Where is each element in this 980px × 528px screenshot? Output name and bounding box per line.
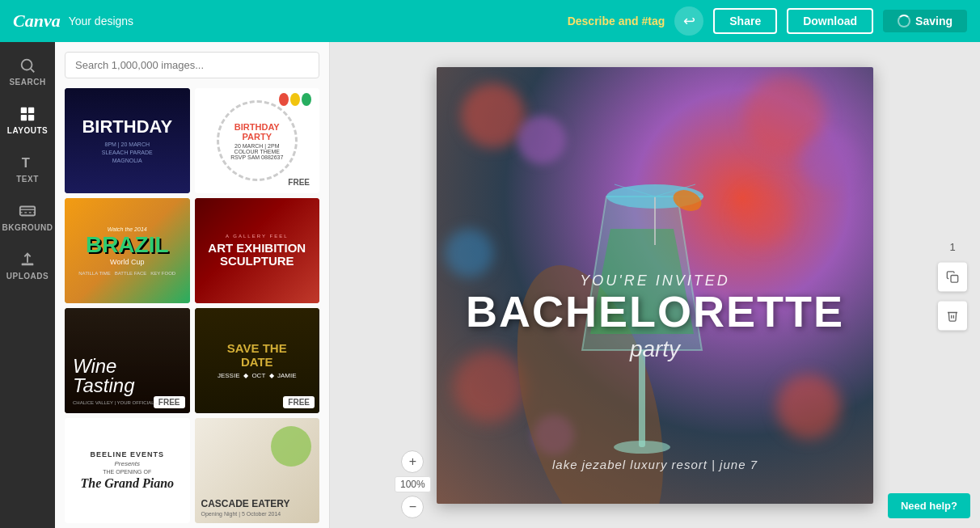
design-canvas[interactable]: YOU'RE INVITED BACHELORETTE party lake j…	[437, 67, 873, 504]
svg-rect-21	[951, 275, 958, 282]
canvas-content: YOU'RE INVITED BACHELORETTE party	[437, 67, 873, 504]
sidebar-layouts-label: LAYOUTS	[7, 126, 48, 135]
template-birthday-party[interactable]: BIRTHDAY PARTY 20 MARCH | 2PMCOLOUR THEM…	[195, 88, 320, 193]
svg-rect-10	[22, 263, 34, 265]
template-brazil[interactable]: Watch the 2014 BRAZIL World Cup NATILLA …	[65, 198, 190, 303]
text-icon: T	[19, 154, 36, 171]
sidebar-item-layouts[interactable]: LAYOUTS	[3, 97, 52, 142]
svg-text:T: T	[22, 155, 31, 170]
main-layout: SEARCH LAYOUTS T TEXT BKGROUND UPLOADS	[0, 42, 980, 528]
sidebar: SEARCH LAYOUTS T TEXT BKGROUND UPLOADS	[0, 42, 55, 528]
sidebar-uploads-label: UPLOADS	[6, 272, 49, 281]
free-badge-savedate: FREE	[283, 396, 315, 408]
canvas-party-text: party	[466, 336, 844, 362]
describe-tag-link[interactable]: Describe and #tag	[568, 15, 665, 27]
download-button[interactable]: Download	[787, 8, 873, 34]
search-area	[55, 42, 329, 88]
canvas-venue-text: lake jezabel luxury resort | june 7	[437, 458, 873, 471]
svg-point-0	[22, 59, 32, 70]
breadcrumb: Your designs	[69, 15, 133, 27]
svg-rect-7	[20, 206, 35, 215]
logo-area: Canva Your designs	[13, 11, 133, 32]
birthday-circle: BIRTHDAY PARTY 20 MARCH | 2PMCOLOUR THEM…	[217, 100, 298, 181]
search-icon	[19, 57, 36, 74]
sidebar-text-label: TEXT	[16, 175, 39, 184]
search-input[interactable]	[65, 52, 319, 78]
share-button[interactable]: Share	[713, 8, 777, 34]
svg-rect-3	[28, 107, 34, 112]
svg-rect-5	[28, 114, 34, 120]
logo: Canva	[13, 11, 61, 32]
uploads-icon	[19, 251, 36, 268]
canvas-main-title: BACHELORETTE	[466, 289, 844, 333]
sidebar-item-text[interactable]: T TEXT	[3, 146, 52, 191]
right-tools: 1	[938, 240, 967, 330]
sidebar-item-background[interactable]: BKGROUND	[3, 194, 52, 239]
svg-rect-4	[21, 114, 27, 120]
sidebar-item-search[interactable]: SEARCH	[3, 49, 52, 94]
sidebar-search-label: SEARCH	[9, 78, 45, 87]
free-badge-1: FREE	[283, 176, 315, 188]
sidebar-background-label: BKGROUND	[2, 223, 53, 232]
sidebar-item-uploads[interactable]: UPLOADS	[3, 243, 52, 288]
background-icon	[19, 202, 36, 220]
template-art-exhibition[interactable]: A GALLERY FEEL ART EXHIBITIONSCULPTURE	[195, 198, 320, 303]
svg-line-1	[31, 69, 34, 72]
zoom-controls: + 100% −	[395, 450, 431, 518]
copy-tool-button[interactable]	[938, 262, 967, 291]
page-number: 1	[938, 240, 967, 252]
saving-spinner	[898, 15, 910, 27]
template-save-the-date[interactable]: SAVE THEDATE JESSIE ◆ OCT ◆ JAMIE FREE	[195, 308, 320, 413]
templates-grid: BIRTHDAY 8PM | 20 MARCHSLEAACH PARADEMAG…	[55, 88, 329, 528]
header: Canva Your designs Describe and #tag ↩ S…	[0, 0, 980, 42]
template-beeline[interactable]: BEELINE EVENTS Presents THE OPENING OF T…	[65, 418, 190, 523]
svg-rect-2	[21, 107, 27, 112]
layouts-icon	[19, 105, 36, 123]
zoom-level-display: 100%	[395, 476, 431, 492]
template-cascade-eatery[interactable]: CASCADE EATERY Opening Night | 5 October…	[195, 418, 320, 523]
balloons-decoration	[279, 93, 311, 106]
saving-label: Saving	[915, 15, 953, 27]
delete-icon	[946, 309, 959, 322]
zoom-out-button[interactable]: −	[401, 496, 424, 518]
help-button[interactable]: Need help?	[888, 493, 970, 518]
saving-button[interactable]: Saving	[883, 10, 967, 32]
undo-button[interactable]: ↩	[674, 6, 703, 36]
template-birthday-dark[interactable]: BIRTHDAY 8PM | 20 MARCHSLEAACH PARADEMAG…	[65, 88, 190, 193]
canvas-area: YOU'RE INVITED BACHELORETTE party lake j…	[330, 42, 980, 528]
templates-panel: BIRTHDAY 8PM | 20 MARCHSLEAACH PARADEMAG…	[55, 42, 330, 528]
copy-icon	[946, 270, 959, 283]
template-wine-tasting[interactable]: WineTasting CHALICE VALLEY | YOUR OFFICI…	[65, 308, 190, 413]
delete-tool-button[interactable]	[938, 301, 967, 330]
zoom-in-button[interactable]: +	[401, 450, 424, 473]
